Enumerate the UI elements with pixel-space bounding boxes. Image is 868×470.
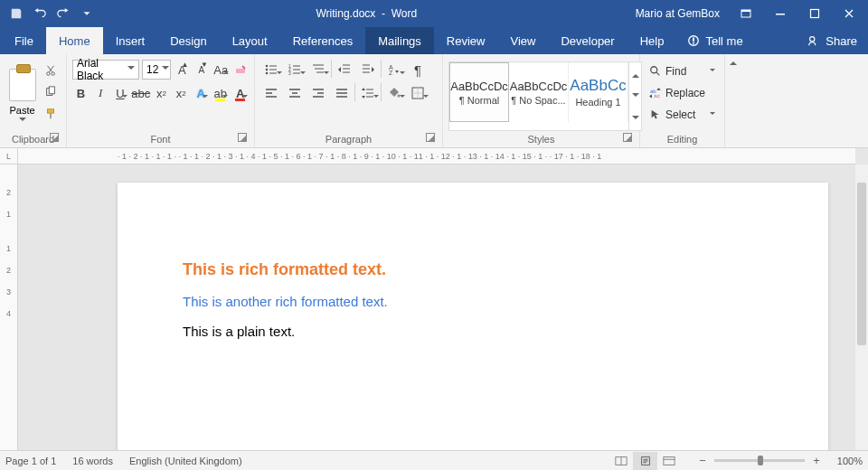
document-page[interactable]: This is rich formatted text. This is ano… — [118, 183, 828, 450]
sort-button[interactable]: AZ — [383, 60, 405, 80]
zoom-out-button[interactable]: − — [696, 454, 709, 467]
subscript-button[interactable]: x2 — [153, 83, 170, 103]
tab-layout[interactable]: Layout — [220, 27, 280, 54]
scrollbar-thumb[interactable] — [857, 183, 866, 345]
decrease-indent-button[interactable] — [334, 60, 355, 80]
redo-icon[interactable] — [52, 3, 74, 24]
tab-home[interactable]: Home — [46, 27, 103, 54]
styles-dialog-launcher[interactable] — [623, 133, 632, 142]
doc-line-3[interactable]: This is a plain text. — [183, 324, 763, 339]
align-right-button[interactable] — [307, 83, 329, 103]
svg-rect-14 — [236, 69, 245, 73]
cut-button[interactable] — [41, 61, 61, 80]
paste-button[interactable]: Paste — [5, 58, 39, 128]
grow-font-button[interactable]: A▲ — [174, 60, 191, 80]
status-page[interactable]: Page 1 of 1 — [5, 456, 56, 466]
group-label-editing: Editing — [667, 134, 698, 145]
clear-formatting-button[interactable] — [232, 60, 250, 80]
ribbon-display-icon[interactable] — [731, 0, 761, 27]
tab-review[interactable]: Review — [434, 27, 498, 54]
bold-button[interactable]: B — [72, 83, 90, 103]
format-painter-button[interactable] — [41, 105, 61, 123]
multilevel-list-button[interactable] — [307, 60, 329, 80]
collapse-ribbon-button[interactable] — [725, 54, 741, 147]
vertical-ruler[interactable]: 21 1234 — [0, 164, 18, 450]
highlight-button[interactable]: ab — [212, 83, 229, 103]
clipboard-dialog-launcher[interactable] — [50, 133, 59, 142]
group-font: Arial Black 12 A▲ A▼ Aa B I U abc x2 x2 … — [67, 54, 255, 147]
maximize-button[interactable] — [799, 0, 830, 27]
font-dialog-launcher[interactable] — [238, 133, 247, 142]
tab-mailings[interactable]: Mailings — [365, 27, 434, 54]
tab-references[interactable]: References — [280, 27, 365, 54]
account-name[interactable]: Mario at GemBox — [636, 7, 720, 20]
ruler-corner[interactable]: L — [0, 148, 18, 164]
paragraph-dialog-launcher[interactable] — [426, 133, 435, 142]
bullets-button[interactable] — [260, 60, 282, 80]
save-icon[interactable] — [5, 3, 27, 24]
svg-rect-30 — [663, 456, 674, 465]
print-layout-button[interactable] — [633, 452, 656, 470]
style-normal[interactable]: AaBbCcDc ¶ Normal — [449, 62, 509, 122]
underline-button[interactable]: U — [112, 83, 129, 103]
doc-line-2[interactable]: This is another rich formatted text. — [183, 294, 763, 309]
group-label-styles: Styles — [528, 134, 555, 145]
qat-customize-icon[interactable] — [76, 3, 98, 24]
strikethrough-button[interactable]: abc — [131, 83, 150, 103]
tab-file[interactable]: File — [2, 27, 46, 54]
select-button[interactable]: Select — [646, 105, 719, 125]
tab-help[interactable]: Help — [627, 27, 677, 54]
group-styles: AaBbCcDc ¶ Normal AaBbCcDc ¶ No Spac... … — [443, 54, 640, 147]
font-name-combo[interactable]: Arial Black — [72, 60, 139, 80]
doc-line-1[interactable]: This is rich formatted text. — [183, 260, 763, 279]
justify-button[interactable] — [331, 83, 353, 103]
font-color-button[interactable]: A — [231, 83, 249, 103]
svg-text:Z: Z — [389, 70, 393, 76]
horizontal-ruler[interactable]: · 1 · 2 · 1 · 1 · 1 · · 1 · 1 · 2 · 1 · … — [18, 148, 855, 164]
borders-button[interactable] — [407, 83, 429, 103]
shading-button[interactable] — [383, 83, 405, 103]
zoom-in-button[interactable]: + — [810, 454, 823, 467]
italic-button[interactable]: I — [92, 83, 109, 103]
read-mode-button[interactable] — [609, 452, 633, 470]
replace-button[interactable]: abacReplace — [646, 83, 719, 103]
change-case-button[interactable]: Aa — [212, 60, 230, 80]
tell-me[interactable]: Tell me — [676, 27, 753, 54]
align-center-button[interactable] — [284, 83, 306, 103]
svg-rect-3 — [811, 10, 819, 18]
show-marks-button[interactable]: ¶ — [407, 60, 429, 80]
vertical-scrollbar[interactable] — [855, 164, 868, 450]
style-no-spacing[interactable]: AaBbCcDc ¶ No Spac... — [509, 62, 569, 122]
close-button[interactable] — [834, 0, 864, 27]
line-spacing-button[interactable] — [357, 83, 379, 103]
status-language[interactable]: English (United Kingdom) — [129, 456, 242, 466]
svg-point-23 — [398, 95, 401, 98]
find-button[interactable]: Find — [646, 61, 719, 81]
increase-indent-button[interactable] — [357, 60, 379, 80]
superscript-button[interactable]: x2 — [173, 83, 190, 103]
tab-design[interactable]: Design — [157, 27, 219, 54]
style-heading-1[interactable]: AaBbCc Heading 1 — [569, 62, 628, 122]
copy-button[interactable] — [41, 83, 61, 101]
document-area: L · 1 · 2 · 1 · 1 · 1 · · 1 · 1 · 2 · 1 … — [0, 148, 868, 450]
tab-insert[interactable]: Insert — [103, 27, 158, 54]
group-label-font: Font — [150, 134, 170, 145]
undo-icon[interactable] — [29, 3, 51, 24]
web-layout-button[interactable] — [656, 452, 680, 470]
font-size-combo[interactable]: 12 — [142, 60, 171, 80]
tab-view[interactable]: View — [497, 27, 548, 54]
minimize-button[interactable] — [765, 0, 796, 27]
share-button[interactable]: Share — [797, 27, 868, 54]
styles-gallery-more[interactable] — [628, 62, 641, 130]
align-left-button[interactable] — [260, 83, 282, 103]
text-effects-button[interactable]: A — [193, 83, 210, 103]
svg-rect-12 — [48, 109, 54, 113]
tab-developer[interactable]: Developer — [548, 27, 627, 54]
zoom-value[interactable]: 100% — [828, 456, 863, 466]
status-words[interactable]: 16 words — [72, 456, 113, 466]
window-title: Writing.docx - Word — [98, 7, 636, 20]
zoom-slider[interactable] — [714, 459, 805, 462]
numbering-button[interactable]: 123 — [284, 60, 306, 80]
shrink-font-button[interactable]: A▼ — [193, 60, 210, 80]
group-label-paragraph: Paragraph — [326, 134, 372, 145]
